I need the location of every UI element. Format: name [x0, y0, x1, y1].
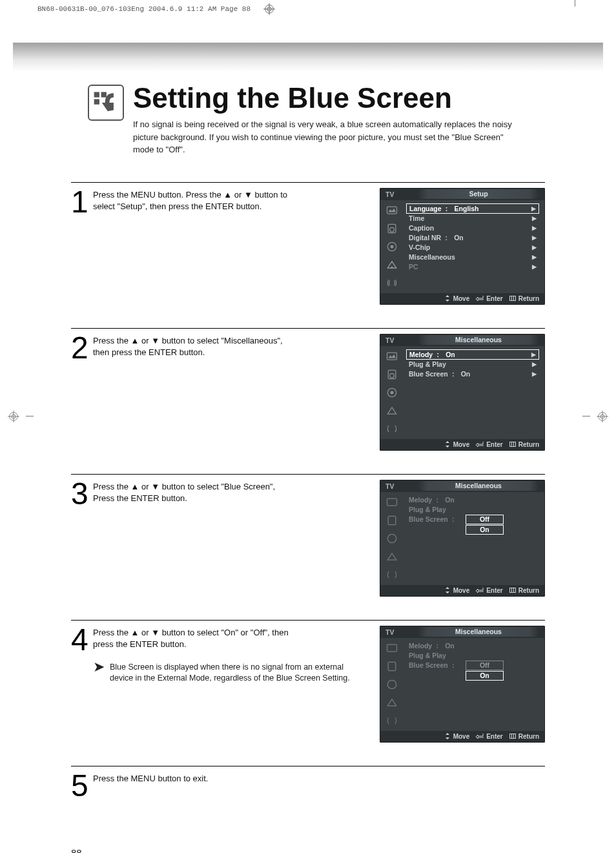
step-instruction: Press the MENU button. Press the ▲ or ▼ … [93, 188, 297, 305]
osd-menu-title: Miscellaneous [418, 481, 539, 491]
step-number: 3 [71, 480, 89, 597]
osd-screenshot-setup: TV Setup Language:English▶ Time▶ Capti [380, 188, 545, 305]
osd-help-bar: Move Enter Return [380, 585, 544, 596]
page-number: 88 [0, 823, 616, 853]
return-icon [509, 296, 516, 301]
setup-icon [385, 258, 399, 271]
svg-rect-14 [94, 99, 99, 105]
osd-option-off: Off [466, 515, 504, 524]
enter-icon [476, 734, 484, 739]
svg-rect-15 [387, 207, 397, 214]
picture-icon [385, 496, 399, 509]
osd-tv-label: TV [380, 628, 394, 636]
return-icon [509, 734, 516, 739]
osd-help-move: Move [444, 295, 470, 302]
step-instruction: Press the ▲ or ▼ button to select "Misce… [93, 334, 297, 451]
osd-item-language: Language:English▶ [406, 203, 539, 214]
step-number: 1 [71, 188, 89, 305]
setup-icon [385, 696, 399, 709]
title-block: Setting the Blue Screen If no signal is … [0, 85, 616, 156]
osd-tv-label: TV [380, 336, 394, 344]
updown-icon [444, 733, 451, 739]
svg-rect-40 [509, 734, 515, 739]
svg-rect-13 [101, 92, 107, 98]
osd-sidebar-icons [380, 638, 404, 731]
osd-option-on: On [466, 671, 504, 681]
svg-rect-37 [387, 644, 397, 652]
osd-menu-title: Miscellaneous [418, 335, 539, 345]
svg-rect-28 [509, 442, 515, 447]
svg-point-19 [391, 245, 394, 248]
osd-item-caption: Caption▶ [406, 223, 539, 233]
setup-icon [385, 404, 399, 417]
osd-item-vchip: V-Chip▶ [406, 243, 539, 252]
osd-help-return: Return [509, 295, 539, 302]
osd-tv-label: TV [380, 482, 394, 490]
pc-icon [385, 568, 399, 581]
picture-icon [385, 642, 399, 655]
osd-help-bar: Move Enter Return [380, 731, 544, 742]
updown-icon [444, 441, 451, 447]
print-metadata: BN68-00631B-00_076-103Eng 2004.6.9 11:2 … [0, 0, 616, 17]
osd-item-melody: Melody:On▶ [406, 349, 539, 360]
note-text: Blue Screen is displayed when there is n… [110, 662, 367, 684]
channel-icon [385, 532, 399, 545]
svg-rect-20 [509, 296, 515, 301]
step-3: 3 Press the ▲ or ▼ button to select "Blu… [71, 474, 545, 597]
step-4: 4 Press the ▲ or ▼ button to select "On"… [71, 620, 545, 743]
step-instruction: Press the ▲ or ▼ button to select "On" o… [93, 626, 297, 650]
step-2: 2 Press the ▲ or ▼ button to select "Mis… [71, 328, 545, 451]
step-number: 4 [71, 626, 89, 743]
svg-point-33 [387, 534, 396, 542]
sound-icon [385, 660, 399, 673]
decorative-gradient [13, 43, 603, 72]
svg-point-25 [390, 373, 395, 378]
osd-item-melody: Melody:On [406, 495, 539, 505]
osd-sidebar-icons [380, 492, 404, 585]
return-icon [509, 588, 516, 593]
enter-icon [476, 296, 484, 301]
channel-icon [385, 386, 399, 399]
page-content: Setting the Blue Screen If no signal is … [0, 17, 616, 853]
step-instruction: Press the ▲ or ▼ button to select "Blue … [93, 480, 297, 597]
registration-mark-icon [263, 3, 275, 15]
svg-rect-23 [387, 353, 397, 360]
note-arrow-icon: ➤ [93, 662, 105, 672]
step-5: 5 Press the MENU button to exit. [71, 766, 545, 799]
osd-help-bar: Move Enter Return [380, 439, 544, 450]
doc-reference: BN68-00631B-00_076-103Eng 2004.6.9 11:2 … [37, 5, 251, 13]
return-icon [509, 442, 516, 447]
crop-mark [575, 0, 575, 6]
enter-icon [476, 442, 484, 447]
setup-icon [385, 550, 399, 563]
osd-screenshot-bluescreen-select: TV Miscellaneous Melody:On Plug & Play [380, 480, 545, 597]
svg-point-39 [387, 680, 396, 688]
intro-paragraph: If no signal is being received or the si… [133, 118, 514, 156]
osd-item-melody: Melody:On [406, 641, 539, 651]
enter-icon [476, 588, 484, 593]
svg-rect-31 [387, 498, 397, 506]
step-number: 2 [71, 334, 89, 451]
step-instruction: Press the MENU button to exit. [93, 772, 208, 799]
svg-point-27 [391, 391, 394, 394]
sound-icon [385, 514, 399, 527]
osd-option-off: Off [466, 661, 504, 670]
picture-icon [385, 204, 399, 217]
osd-help-enter: Enter [476, 295, 503, 302]
step-number: 5 [71, 772, 89, 799]
sound-icon [385, 222, 399, 235]
svg-rect-32 [388, 516, 396, 524]
channel-icon [385, 678, 399, 691]
osd-menu-title: Setup [418, 189, 539, 199]
channel-icon [385, 240, 399, 253]
osd-sidebar-icons [380, 200, 404, 293]
pc-icon [385, 422, 399, 435]
osd-sidebar-icons [380, 346, 404, 439]
page-title: Setting the Blue Screen [133, 82, 514, 114]
svg-rect-34 [509, 588, 515, 593]
osd-item-plugplay: Plug & Play▶ [406, 360, 539, 369]
osd-help-bar: Move Enter Return [380, 293, 544, 304]
pc-icon [385, 276, 399, 289]
osd-item-plugplay: Plug & Play [406, 505, 539, 515]
osd-option-on: On [466, 525, 504, 535]
